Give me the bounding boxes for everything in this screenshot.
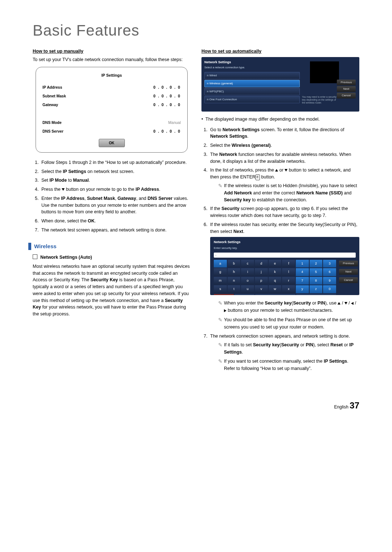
step-2: Select the IP Settings on network test s… <box>40 168 191 175</box>
step-1: Follow Steps 1 through 2 in the “How to … <box>40 159 191 166</box>
up-arrow-icon <box>338 302 340 305</box>
gateway-label: Gateway <box>42 102 58 108</box>
page-number: 37 <box>350 400 359 410</box>
key-3[interactable]: 3 <box>323 260 336 268</box>
kb-previous-button[interactable]: Previous <box>339 261 358 266</box>
key-symbol[interactable]: ★ <box>234 294 254 295</box>
key-case-toggle[interactable]: a/A <box>214 294 234 295</box>
key-r[interactable]: r <box>282 277 295 285</box>
key-q[interactable]: q <box>269 277 282 285</box>
key-6[interactable]: 6 <box>323 268 336 276</box>
left-arrow-icon <box>351 302 354 305</box>
key-m[interactable]: m <box>214 277 227 285</box>
manual-intro: To set up your TV's cable network connec… <box>33 56 191 63</box>
manual-note: ✎If you want to set connection manually,… <box>218 358 359 372</box>
note-icon: ✎ <box>218 317 222 323</box>
key-t[interactable]: t <box>228 285 241 293</box>
key-g[interactable]: g <box>214 268 227 276</box>
key-1[interactable]: 1 <box>296 260 309 268</box>
kb-next-button[interactable]: Next <box>339 269 358 275</box>
shot-note: You may need to enter a security key dep… <box>302 96 337 104</box>
ok-button[interactable]: OK <box>99 139 125 147</box>
key-n[interactable]: n <box>228 277 241 285</box>
step-6: When done, select the OK. <box>40 218 191 225</box>
page-footer: English 37 <box>33 400 359 411</box>
ip-address-label: IP Address <box>42 85 62 90</box>
security-key-input[interactable] <box>214 253 356 258</box>
kb-cancel-button[interactable]: Cancel <box>339 277 358 283</box>
key-s[interactable]: s <box>214 285 227 293</box>
key-0[interactable]: 0 <box>323 285 336 293</box>
key-i[interactable]: i <box>241 268 254 276</box>
subnet-mask-row: Subnet Mask 0 . 0 . 0 . 0 <box>42 93 181 99</box>
auto-step-4: In the list of networks, press the or bu… <box>209 167 359 203</box>
key-c[interactable]: c <box>241 260 254 268</box>
key-h[interactable]: h <box>228 268 241 276</box>
one-foot-option[interactable]: n One Foot Connection <box>204 96 300 103</box>
key-x[interactable]: x <box>282 285 295 293</box>
key-w[interactable]: w <box>269 285 282 293</box>
key-l[interactable]: l <box>282 268 295 276</box>
key-o[interactable]: o <box>241 277 254 285</box>
key-7[interactable]: 7 <box>296 277 309 285</box>
dns-mode-label: DNS Mode <box>42 120 62 126</box>
key-9[interactable]: 9 <box>323 277 336 285</box>
step-3: Set IP Mode to Manual. <box>40 177 191 184</box>
key-8[interactable]: 8 <box>310 277 323 285</box>
shot-subtitle: Select a network connection type. <box>204 65 300 69</box>
key-z[interactable]: z <box>310 285 323 293</box>
key-a[interactable]: a <box>214 260 227 268</box>
note-icon: ✎ <box>218 300 222 306</box>
key-f[interactable]: f <box>282 260 295 268</box>
auto-step-2: Select the Wireless (general). <box>209 142 359 149</box>
auto-step-6: If the wireless router has security, ent… <box>209 221 359 331</box>
key-j[interactable]: j <box>255 268 268 276</box>
auto-step-5: If the Security screen pop-up appears, g… <box>209 205 359 219</box>
next-button[interactable]: Next <box>337 86 356 92</box>
key-b[interactable]: b <box>228 260 241 268</box>
ip-settings-title: IP Settings <box>42 72 181 78</box>
network-settings-auto-item: Network Settings (Auto) <box>33 254 191 261</box>
cancel-button[interactable]: Cancel <box>337 93 356 98</box>
dns-mode-row: DNS Mode Manual <box>42 120 181 126</box>
model-note: The displayed image may differ depending… <box>201 116 359 123</box>
ip-address-row: IP Address 0 . 0 . 0 . 0 <box>42 85 181 90</box>
wireless-paragraph: Most wireless networks have an optional … <box>33 263 191 318</box>
step-5: Enter the IP Address, Subnet Mask, Gatew… <box>40 195 191 215</box>
enter-icon: E <box>256 174 260 180</box>
key-delete[interactable]: Delete <box>255 294 295 295</box>
hidden-router-note: ✎If the wireless router is set to Hidden… <box>218 182 359 204</box>
auto-step-3: The Network function searches for availa… <box>209 151 359 165</box>
key-2[interactable]: 2 <box>310 260 323 268</box>
key-u[interactable]: u <box>241 285 254 293</box>
note-icon: ✎ <box>218 342 222 348</box>
footer-lang: English <box>334 404 348 410</box>
key-4[interactable]: 4 <box>296 268 309 276</box>
page-title: Basic Features <box>33 22 359 39</box>
wireless-general-option[interactable]: n Wireless (general) <box>204 80 300 87</box>
key-5[interactable]: 5 <box>310 268 323 276</box>
key-v[interactable]: v <box>255 285 268 293</box>
wps-pbc-option[interactable]: n WPS(PBC) <box>204 88 300 95</box>
ip-address-value: 0 . 0 . 0 . 0 <box>153 85 181 90</box>
ip-settings-panel: IP Settings IP Address 0 . 0 . 0 . 0 Sub… <box>36 67 188 153</box>
left-column: How to set up manually To set up your TV… <box>33 48 191 379</box>
key-e[interactable]: e <box>269 260 282 268</box>
wired-option[interactable]: n Wired <box>204 72 300 79</box>
manual-steps: Follow Steps 1 through 2 in the “How to … <box>33 159 191 234</box>
subnet-mask-label: Subnet Mask <box>42 93 66 99</box>
dns-server-label: DNS Server <box>42 129 64 134</box>
security-key-note: ✎When you enter the Security key(Securit… <box>218 299 359 314</box>
shot2-title: Network Settings <box>214 240 356 245</box>
onscreen-keyboard: a b c d e f 1 2 3 g h <box>214 260 336 295</box>
wireless-heading: Wireless <box>34 242 57 251</box>
previous-button[interactable]: Previous <box>337 80 356 85</box>
key-p[interactable]: p <box>255 277 268 285</box>
key-k[interactable]: k <box>269 268 282 276</box>
right-arrow-icon <box>224 309 226 312</box>
key-space[interactable]: Space <box>296 294 336 295</box>
key-y[interactable]: y <box>296 285 309 293</box>
note-icon: ✎ <box>218 183 222 189</box>
key-d[interactable]: d <box>255 260 268 268</box>
network-settings-screenshot: Network Settings Select a network connec… <box>201 57 359 112</box>
